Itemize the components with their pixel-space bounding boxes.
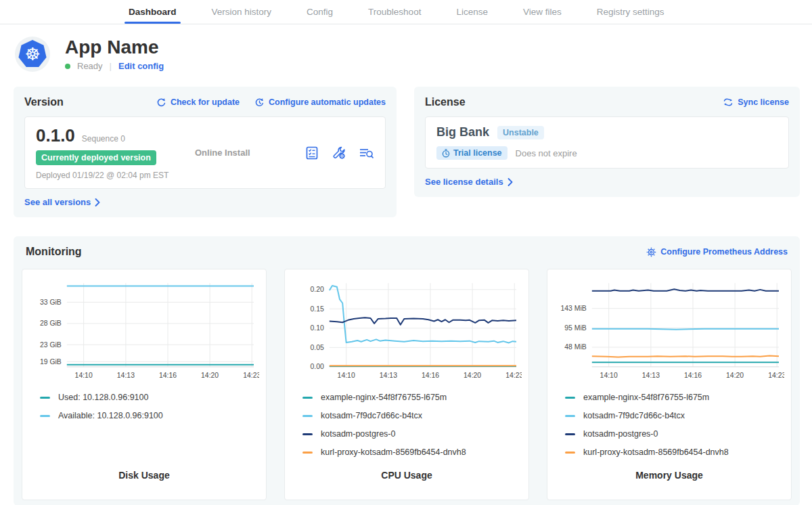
sync-arrows-icon	[723, 97, 734, 107]
deploy-logs-icon[interactable]	[358, 145, 374, 161]
legend-item: kotsadm-7f9dc7d66c-b4tcx	[302, 411, 522, 420]
legend-color-dash	[565, 415, 575, 417]
svg-text:14:16: 14:16	[159, 372, 177, 379]
svg-text:0.05: 0.05	[310, 344, 324, 351]
config-wrench-icon[interactable]	[331, 145, 347, 161]
cpu-usage-chart: 0.000.050.100.150.2014:1014:1314:1614:20…	[292, 276, 522, 386]
svg-text:14:13: 14:13	[380, 372, 397, 379]
tab-config[interactable]: Config	[307, 0, 333, 24]
svg-text:14:13: 14:13	[117, 372, 135, 379]
svg-text:23 GiB: 23 GiB	[40, 341, 62, 349]
cpu-usage-chart-card: 0.000.050.100.150.2014:1014:1314:1614:20…	[284, 269, 529, 500]
app-header: ☸ App Name Ready | Edit config	[0, 24, 812, 79]
sync-license-label: Sync license	[738, 97, 789, 107]
tab-version-history[interactable]: Version history	[212, 0, 272, 24]
svg-text:14:10: 14:10	[600, 372, 618, 379]
legend-item: kotsadm-7f9dc7d66c-b4tcx	[565, 411, 784, 420]
chart-legend: example-nginx-54f8f76755-l675mkotsadm-7f…	[565, 393, 784, 457]
version-panel-title: Version	[24, 96, 64, 108]
legend-item: kurl-proxy-kotsadm-8569fb6454-dnvh8	[565, 447, 784, 457]
version-panel: Version Check for update Configure au	[14, 87, 397, 217]
chevron-right-icon	[95, 198, 100, 206]
customer-name: Big Bank	[436, 125, 489, 139]
svg-text:14:20: 14:20	[464, 372, 481, 379]
check-for-update-button[interactable]: Check for update	[156, 97, 240, 108]
legend-label: example-nginx-54f8f76755-l675m	[321, 393, 447, 402]
app-logo: ☸	[15, 37, 50, 72]
license-panel: License Sync license Big Bank Unstable	[414, 87, 800, 197]
configure-prometheus-label: Configure Prometheus Address	[660, 247, 788, 257]
gear-icon	[646, 247, 656, 257]
nav-tabs: DashboardVersion historyConfigTroublesho…	[129, 0, 664, 24]
app-header-text: App Name Ready | Edit config	[65, 37, 164, 72]
preflight-checks-icon[interactable]	[304, 145, 320, 161]
svg-text:14:10: 14:10	[338, 372, 355, 379]
svg-text:14:20: 14:20	[201, 372, 219, 379]
svg-text:0.15: 0.15	[310, 305, 324, 313]
tab-license[interactable]: License	[456, 0, 488, 24]
tab-registry-settings[interactable]: Registry settings	[597, 0, 664, 24]
svg-text:143 MiB: 143 MiB	[560, 305, 586, 312]
legend-label: Used: 10.128.0.96:9100	[58, 393, 148, 402]
chart-legend: example-nginx-54f8f76755-l675mkotsadm-7f…	[302, 393, 522, 457]
see-license-details-link[interactable]: See license details	[425, 177, 513, 187]
legend-label: kotsadm-7f9dc7d66c-b4tcx	[321, 411, 422, 420]
legend-color-dash	[302, 397, 313, 399]
svg-text:14:16: 14:16	[684, 372, 702, 379]
tab-troubleshoot[interactable]: Troubleshoot	[368, 0, 421, 24]
tab-dashboard[interactable]: Dashboard	[129, 0, 177, 24]
legend-color-dash	[40, 397, 50, 399]
legend-item: example-nginx-54f8f76755-l675m	[565, 393, 784, 402]
sync-license-button[interactable]: Sync license	[723, 97, 789, 107]
disk-usage-chart: 19 GiB23 GiB28 GiB33 GiB14:1014:1314:161…	[29, 276, 259, 386]
chart-title: CPU Usage	[292, 470, 522, 490]
svg-text:95 MiB: 95 MiB	[564, 324, 587, 332]
svg-text:48 MiB: 48 MiB	[564, 343, 587, 351]
license-details-card: Big Bank Unstable Trial license Does not…	[425, 116, 789, 169]
chart-title: Disk Usage	[29, 470, 259, 490]
svg-text:14:10: 14:10	[75, 372, 93, 379]
legend-item: Used: 10.128.0.96:9100	[40, 393, 259, 402]
svg-text:14:23: 14:23	[505, 372, 522, 379]
legend-color-dash	[40, 415, 50, 417]
configure-prometheus-button[interactable]: Configure Prometheus Address	[646, 247, 788, 257]
chart-title: Memory Usage	[554, 470, 784, 490]
tab-view-files[interactable]: View files	[523, 0, 562, 24]
license-panel-title: License	[425, 96, 466, 108]
deployed-timestamp: Deployed 01/19/22 @ 02:04 pm EST	[36, 171, 195, 180]
check-for-update-label: Check for update	[171, 97, 240, 107]
configure-auto-updates-button[interactable]: Configure automatic updates	[254, 97, 386, 108]
legend-label: kotsadm-7f9dc7d66c-b4tcx	[583, 411, 685, 420]
trial-license-label: Trial license	[453, 148, 502, 158]
status-dot	[65, 64, 70, 69]
current-version-card: 0.1.0 Sequence 0 Currently deployed vers…	[24, 116, 386, 189]
legend-label: kurl-proxy-kotsadm-8569fb6454-dnvh8	[583, 447, 729, 457]
svg-text:14:23: 14:23	[243, 372, 259, 379]
status-text: Ready	[77, 61, 103, 71]
svg-text:14:16: 14:16	[422, 372, 439, 379]
kubernetes-wheel-icon: ☸	[17, 39, 48, 70]
monitoring-panel: Monitoring Configure Prometheus Address …	[14, 236, 800, 505]
version-number: 0.1.0	[36, 125, 75, 146]
see-all-versions-label: See all versions	[24, 197, 91, 207]
see-all-versions-link[interactable]: See all versions	[24, 197, 100, 207]
svg-text:☸: ☸	[24, 44, 40, 64]
channel-badge: Unstable	[497, 126, 544, 139]
svg-text:0.10: 0.10	[310, 324, 324, 332]
expiry-text: Does not expire	[516, 148, 577, 158]
legend-color-dash	[565, 397, 575, 399]
edit-config-link[interactable]: Edit config	[118, 61, 164, 71]
legend-color-dash	[565, 433, 575, 435]
svg-text:0.20: 0.20	[310, 286, 324, 293]
summary-cards-row: Version Check for update Configure au	[0, 79, 812, 217]
memory-usage-chart-card: 48 MiB95 MiB143 MiB14:1014:1314:1614:201…	[547, 269, 792, 500]
disk-usage-chart-card: 19 GiB23 GiB28 GiB33 GiB14:1014:1314:161…	[22, 269, 267, 500]
trial-license-badge: Trial license	[436, 146, 508, 160]
svg-text:14:20: 14:20	[726, 372, 744, 379]
legend-item: kurl-proxy-kotsadm-8569fb6454-dnvh8	[302, 447, 522, 457]
legend-label: example-nginx-54f8f76755-l675m	[583, 393, 709, 402]
refresh-icon	[156, 97, 166, 108]
monitoring-title: Monitoring	[26, 246, 82, 258]
configure-auto-updates-label: Configure automatic updates	[269, 97, 386, 107]
page-title: App Name	[65, 37, 164, 58]
